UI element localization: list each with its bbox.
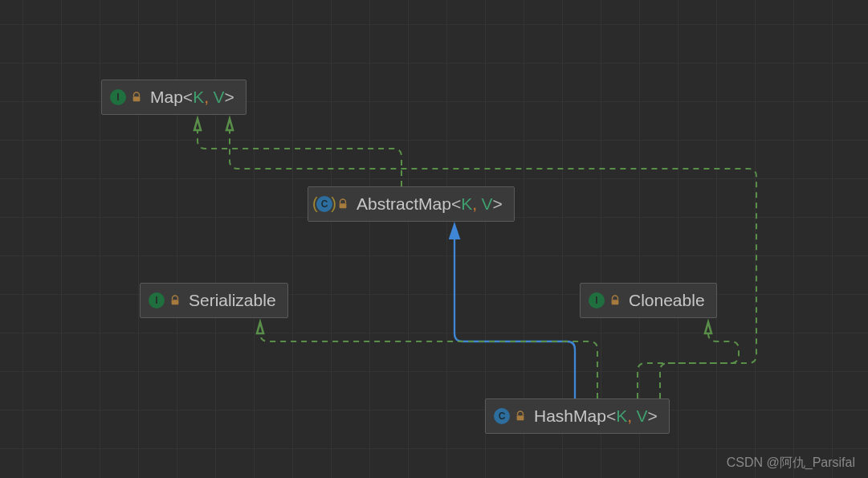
type-label: HashMap<K, V> [534, 407, 658, 426]
type-label: Map<K, V> [150, 88, 234, 107]
svg-rect-3 [612, 300, 619, 304]
lock-icon [337, 198, 348, 210]
type-label: Cloneable [629, 291, 705, 310]
svg-rect-4 [517, 415, 524, 420]
lock-icon [609, 295, 621, 306]
lock-icon [131, 92, 142, 103]
type-label: Serializable [189, 291, 276, 310]
interface-icon: I [149, 292, 165, 308]
node-cloneable[interactable]: I Cloneable [580, 283, 717, 318]
lock-icon [169, 295, 181, 306]
svg-rect-1 [340, 203, 347, 208]
node-map[interactable]: I Map<K, V> [101, 80, 247, 115]
grid-background [0, 0, 868, 478]
svg-rect-2 [172, 300, 179, 304]
abstract-class-icon: ( C ) [316, 196, 332, 212]
interface-icon: I [589, 292, 605, 308]
lock-icon [515, 411, 526, 422]
svg-rect-0 [133, 96, 141, 101]
node-abstractmap[interactable]: ( C ) AbstractMap<K, V> [308, 186, 515, 222]
interface-icon: I [110, 89, 126, 105]
node-serializable[interactable]: I Serializable [140, 283, 288, 318]
class-icon: C [494, 408, 510, 424]
node-hashmap[interactable]: C HashMap<K, V> [485, 398, 670, 434]
type-label: AbstractMap<K, V> [357, 194, 503, 214]
watermark: CSDN @阿仇_Parsifal [727, 455, 855, 472]
